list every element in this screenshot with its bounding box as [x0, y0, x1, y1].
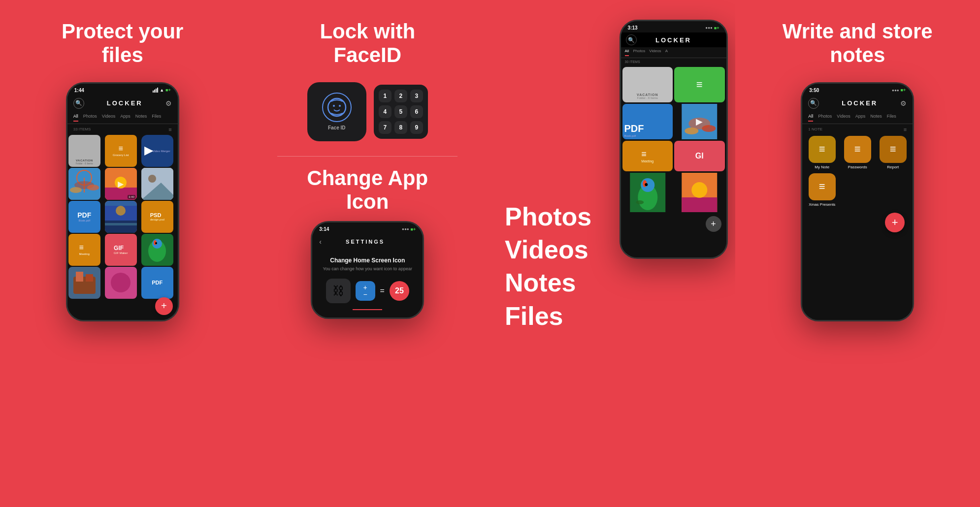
settings-title: SETTINGS	[326, 239, 405, 245]
back-icon[interactable]: ‹	[319, 238, 322, 246]
numpad-1[interactable]: 1	[379, 90, 392, 102]
folder-vacation[interactable]: VACATION Folder - 6 Items	[68, 135, 100, 167]
note-label-3: Report	[887, 165, 899, 169]
numpad-7[interactable]: 7	[379, 121, 392, 134]
numpad-9[interactable]: 9	[410, 121, 423, 134]
tab-notes-1[interactable]: Notes	[135, 114, 147, 122]
note-label-1: My Note	[815, 165, 829, 169]
photo-generic[interactable]	[141, 168, 173, 200]
phone-screen-1: 1:44 ▲ ■+ 🔍 LOCKER ⚙	[67, 84, 178, 320]
app-video-merger[interactable]: ▶ Video Merger	[141, 135, 173, 167]
play-icon: ▶	[118, 179, 124, 189]
tab-all-4[interactable]: All	[808, 114, 813, 122]
photo-beach-3[interactable]	[674, 173, 725, 212]
svg-point-29	[333, 105, 335, 107]
tab-a-3[interactable]: A	[665, 49, 668, 56]
note-label-2: Passwords	[848, 165, 867, 169]
photo-umbrella[interactable]	[68, 168, 100, 200]
meeting-label: Meeting	[79, 253, 90, 255]
search-icon-3[interactable]: 🔍	[626, 34, 637, 45]
filter-icon-4[interactable]: ≡	[904, 127, 907, 132]
panel-protect-files: Protect yourfiles 1:44 ▲ ■+	[0, 0, 245, 507]
doc-green-3[interactable]: ≡	[674, 67, 725, 102]
video-umbrella-3[interactable]: ▶	[674, 104, 725, 139]
tab-notes-4[interactable]: Notes	[870, 114, 882, 122]
locker-header-1: 🔍 LOCKER ⚙	[67, 95, 178, 112]
add-button-1[interactable]: +	[155, 297, 173, 315]
photo-extra[interactable]	[105, 267, 137, 299]
feature-notes: Notes	[505, 269, 576, 297]
svg-point-40	[636, 200, 644, 204]
gi-block-3[interactable]: GI	[674, 141, 725, 171]
pdf-small[interactable]: PDF	[141, 267, 173, 299]
tab-videos-4[interactable]: Videos	[837, 114, 850, 122]
faceid-face-icon	[322, 93, 352, 122]
doc-psd[interactable]: PSD design.psd	[141, 201, 173, 233]
numpad-3[interactable]: 3	[410, 90, 423, 102]
doc-meeting-3[interactable]: ≡ Meeting	[622, 141, 673, 171]
gear-icon-4[interactable]: ⚙	[900, 99, 907, 107]
gear-icon-1[interactable]: ⚙	[165, 99, 172, 107]
folder-vacation-3[interactable]: VACATION Folder - 6 Items	[622, 67, 673, 102]
faceid-icon-box: Face ID	[307, 82, 366, 141]
search-icon-1[interactable]: 🔍	[73, 98, 84, 109]
app-gif[interactable]: GIF GIF Maker	[105, 234, 137, 266]
tab-photos-1[interactable]: Photos	[83, 114, 97, 122]
chain-icon[interactable]: ⛓	[326, 279, 351, 303]
svg-point-37	[641, 178, 654, 192]
note-icon-4: ≡	[809, 173, 836, 200]
pdf-3[interactable]: PDF Book.pdf	[622, 104, 673, 139]
svg-rect-42	[682, 197, 717, 212]
play-overlay-3: ▶	[696, 116, 703, 127]
photo-parrot[interactable]	[141, 234, 173, 266]
time-1: 1:44	[74, 88, 84, 93]
doc-label: Grocery List	[113, 154, 129, 157]
tab-photos-3[interactable]: Photos	[633, 49, 645, 56]
doc-meeting[interactable]: ≡ Meeting	[68, 234, 100, 266]
numpad-4[interactable]: 4	[379, 105, 392, 118]
panel-features: Photos Videos Notes Files 3:13 ●●● ■+ 🔍 …	[490, 0, 735, 507]
panel2-title: Lock withFaceID	[320, 20, 415, 67]
numpad-5[interactable]: 5	[394, 105, 407, 118]
numpad-6[interactable]: 6	[410, 105, 423, 118]
svg-point-34	[702, 125, 716, 132]
note-report[interactable]: ≡ Report	[877, 136, 909, 169]
items-count-3: 30 ITEMS	[621, 58, 726, 65]
numpad-2[interactable]: 2	[394, 90, 407, 102]
tab-apps-4[interactable]: Apps	[855, 114, 866, 122]
panel1-title: Protect yourfiles	[62, 20, 183, 67]
note-my-note[interactable]: ≡ My Note	[806, 136, 838, 169]
photo-parrot-3[interactable]	[622, 173, 673, 212]
doc-pdf[interactable]: PDF Book.pdf	[68, 201, 100, 233]
add-button-3[interactable]: +	[706, 216, 721, 232]
svg-rect-16	[105, 223, 137, 225]
tab-videos-1[interactable]: Videos	[102, 114, 115, 122]
numpad: 1 2 3 4 5 6 7 8 9	[374, 85, 428, 139]
photo-art[interactable]	[68, 267, 100, 299]
note-xmas[interactable]: ≡ Xmas Presents	[806, 173, 838, 207]
doc-grocery[interactable]: ≡ Grocery List	[105, 135, 137, 167]
tab-files-4[interactable]: Files	[887, 114, 896, 122]
svg-point-10	[148, 175, 156, 183]
icon-selector-row: ⛓ + − = 25	[320, 279, 415, 303]
plus-area-3: +	[621, 214, 726, 233]
photo-sunset[interactable]: ▶ 3:40	[105, 168, 137, 200]
svg-point-39	[645, 183, 648, 186]
tab-all-1[interactable]: All	[73, 114, 78, 122]
tab-photos-4[interactable]: Photos	[818, 114, 832, 122]
plus-minus-icon[interactable]: + −	[356, 281, 375, 301]
add-button-4[interactable]: +	[885, 213, 905, 232]
filter-icon-1[interactable]: ≡	[168, 127, 171, 132]
tab-apps-1[interactable]: Apps	[120, 114, 131, 122]
settings-section-desc: You can change how you want icon to appe…	[320, 266, 415, 271]
feature-files: Files	[505, 302, 563, 330]
phone-mockup-4: 3:50 ●●● ■+ 🔍 LOCKER ⚙ All Photos Videos…	[801, 82, 914, 321]
tab-files-1[interactable]: Files	[152, 114, 161, 122]
tab-videos-3[interactable]: Videos	[649, 49, 661, 56]
note-passwords[interactable]: ≡ Passwords	[842, 136, 873, 169]
status-icons-1: ▲ ■+	[153, 88, 171, 93]
search-icon-4[interactable]: 🔍	[808, 98, 819, 109]
video-beach[interactable]	[105, 201, 137, 233]
numpad-8[interactable]: 8	[394, 121, 407, 134]
tab-all-3[interactable]: All	[625, 49, 629, 56]
